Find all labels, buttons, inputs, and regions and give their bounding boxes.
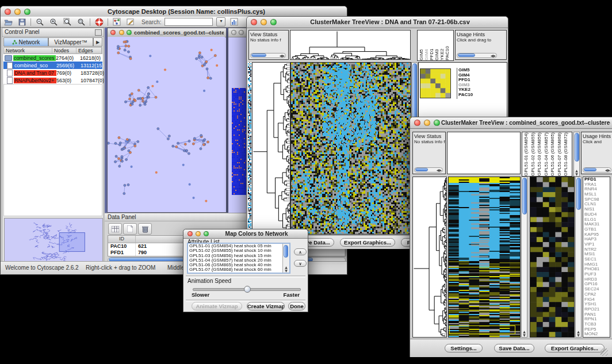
scroll-arrows-icon[interactable]: ▲▼: [574, 169, 579, 176]
tv1-global-strip[interactable]: [248, 62, 251, 233]
minimize-icon[interactable]: [196, 231, 201, 236]
tv2-global-heatmap[interactable]: [448, 177, 521, 338]
scroll-thumb[interactable]: [522, 178, 527, 214]
minimize-icon[interactable]: [261, 19, 267, 25]
zoom-window-icon[interactable]: [204, 231, 209, 236]
vizmap-icon[interactable]: [112, 18, 122, 26]
save-data-button[interactable]: Save Data...: [494, 344, 534, 352]
tab-overflow-arrow-icon[interactable]: ▶: [93, 37, 102, 47]
tv2-detail-heatmap[interactable]: [530, 177, 575, 338]
tv1-column-label[interactable]: PFD1: [429, 30, 434, 60]
scroll-arrows-icon[interactable]: ◀▶: [605, 168, 610, 172]
create-vizmap-button[interactable]: Create Vizmap: [247, 302, 285, 311]
tv2-column-label[interactable]: GPL51-08 (GSM872): [563, 132, 570, 176]
col-nodes[interactable]: Nodes: [52, 48, 76, 53]
move-up-button[interactable]: ∧: [294, 248, 307, 255]
tv1-column-label[interactable]: GIM5: [419, 30, 424, 60]
scroll-arrows-icon[interactable]: ▲▼: [576, 330, 581, 337]
treeview2-titlebar[interactable]: ClusterMaker TreeView : combined_scores_…: [410, 117, 612, 129]
tv2-column-dendrogram-box[interactable]: [447, 132, 521, 174]
network-row[interactable]: combined_sco2569(6)13112(15): [3, 62, 102, 69]
scroll-thumb[interactable]: [584, 168, 596, 171]
network-row[interactable]: DNA and Tran 07769(0)183728(0): [3, 69, 102, 76]
grid-network-canvas[interactable]: [232, 88, 248, 195]
tv1-column-label[interactable]: YKE2: [439, 30, 445, 60]
scroll-arrows-icon[interactable]: ▲▼: [284, 266, 289, 273]
done-button[interactable]: Done: [288, 302, 305, 311]
scroll-arrows-icon[interactable]: ◀▶: [280, 53, 285, 58]
tv2-column-label[interactable]: GPL51-07 (GSM868): [557, 132, 564, 176]
hscrollbar[interactable]: ◀▶: [583, 167, 611, 173]
chart-icon[interactable]: [229, 18, 239, 26]
hscrollbar[interactable]: ◀▶: [457, 53, 497, 58]
annotation-icon[interactable]: [125, 18, 136, 26]
scroll-arrows-icon[interactable]: ▲▼: [522, 330, 527, 337]
attribute-list[interactable]: GPL51-01 (GSM854) heat shock 05 minGPL51…: [187, 243, 290, 274]
minimize-icon[interactable]: [239, 30, 244, 35]
col-edges[interactable]: Edges: [76, 48, 102, 53]
tv2-row-dendrogram[interactable]: [413, 177, 446, 337]
save-icon[interactable]: [17, 18, 27, 26]
network-view-window[interactable]: combined_scores_good.txt--cluste...: [107, 28, 227, 213]
scroll-thumb[interactable]: [575, 133, 579, 162]
network-row[interactable]: combined_scores2764(0)16218(0): [3, 54, 102, 62]
scroll-thumb[interactable]: [412, 63, 417, 125]
tv1-row-dendrogram[interactable]: [253, 63, 290, 234]
zoom-selected-icon[interactable]: [76, 18, 86, 26]
new-doc-icon[interactable]: [123, 223, 137, 235]
tv1-column-dendrogram-box[interactable]: [290, 30, 411, 60]
birdseye-view[interactable]: [4, 218, 103, 266]
minimize-icon[interactable]: [424, 120, 430, 126]
scroll-thumb[interactable]: [251, 53, 266, 57]
zoom-window-icon[interactable]: [270, 19, 277, 25]
scroll-thumb[interactable]: [284, 245, 288, 258]
tv2-column-label[interactable]: GPL51-03 (GSM856): [537, 132, 544, 176]
animation-speed-slider[interactable]: [193, 288, 301, 291]
tv2-vscrollbar[interactable]: ▲▼: [521, 177, 527, 338]
tv2-row-dendrogram-box[interactable]: [412, 177, 447, 338]
list-vscrollbar[interactable]: ▲▼: [282, 244, 289, 273]
scroll-arrows-icon[interactable]: ◀▶: [491, 53, 496, 58]
tv2-column-label[interactable]: GPL51-01 (GSM854): [523, 132, 530, 176]
birdseye-canvas[interactable]: [5, 219, 102, 266]
close-icon[interactable]: [414, 120, 420, 126]
tv2-column-label[interactable]: GPL51-02 (GSM855): [530, 132, 537, 176]
slider-thumb[interactable]: [244, 286, 251, 293]
close-icon[interactable]: [5, 9, 11, 15]
move-down-button[interactable]: ∨: [294, 260, 307, 267]
tv1-column-dendrogram[interactable]: [290, 30, 410, 59]
minimize-icon[interactable]: [14, 9, 21, 15]
tab-network[interactable]: Network: [3, 37, 48, 47]
tv2-column-label[interactable]: GPL51-06 (GSM865): [550, 132, 557, 176]
help-ring-icon[interactable]: [94, 18, 104, 26]
dialog-titlebar[interactable]: Map Colors to Network: [183, 229, 308, 239]
scroll-thumb[interactable]: [576, 178, 581, 210]
zoom-fit-icon[interactable]: [62, 18, 72, 26]
close-icon[interactable]: [231, 30, 236, 35]
col-network[interactable]: Network: [4, 48, 52, 53]
animate-vizmap-button[interactable]: Animate Vizmap: [192, 302, 242, 311]
network-view-titlebar[interactable]: combined_scores_good.txt--cluste...: [108, 28, 226, 37]
close-icon[interactable]: [251, 19, 257, 25]
open-folder-icon[interactable]: [3, 18, 13, 26]
hscrollbar[interactable]: ◀▶: [250, 53, 286, 58]
trash-icon[interactable]: [138, 223, 152, 235]
treeview1-titlebar[interactable]: ClusterMaker TreeView : DNA and Tran 07-…: [247, 17, 508, 28]
resize-grip[interactable]: [600, 348, 608, 356]
network-row[interactable]: RNAPuberNov2+563(0)107847(0): [3, 76, 102, 84]
zoom-window-icon[interactable]: [127, 30, 132, 35]
settings-button[interactable]: Settings...: [445, 344, 483, 352]
col-id[interactable]: ID: [108, 236, 136, 243]
network-graph-canvas[interactable]: [108, 37, 225, 211]
tab-vizmapper[interactable]: VizMapper™: [48, 37, 93, 47]
float-panel-icon[interactable]: [95, 29, 102, 36]
tv1-column-label[interactable]: GIM4: [424, 30, 429, 60]
tv1-gene-label[interactable]: PAC10: [457, 93, 481, 98]
tv2-column-label[interactable]: GPL51-04 (GSM857): [544, 132, 550, 176]
scroll-thumb[interactable]: [458, 53, 475, 57]
tv1-row-dendrogram-box[interactable]: [252, 62, 290, 235]
zoom-out-icon[interactable]: [35, 18, 45, 26]
tv1-heatmap[interactable]: [290, 62, 411, 235]
table-icon[interactable]: [108, 223, 122, 235]
zoom-window-icon[interactable]: [24, 9, 30, 15]
